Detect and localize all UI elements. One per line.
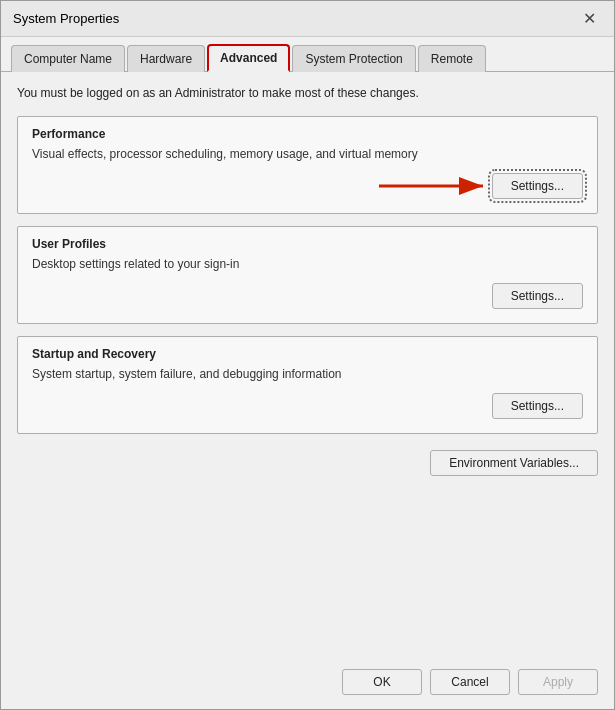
user-profiles-section: User Profiles Desktop settings related t…	[17, 226, 598, 324]
startup-recovery-title: Startup and Recovery	[32, 347, 583, 361]
performance-desc: Visual effects, processor scheduling, me…	[32, 147, 583, 161]
arrow-icon	[375, 172, 495, 200]
footer: OK Cancel Apply	[1, 661, 614, 709]
startup-recovery-section: Startup and Recovery System startup, sys…	[17, 336, 598, 434]
tab-remote[interactable]: Remote	[418, 45, 486, 72]
close-button[interactable]: ✕	[576, 6, 602, 32]
title-bar: System Properties ✕	[1, 1, 614, 37]
startup-recovery-desc: System startup, system failure, and debu…	[32, 367, 583, 381]
tab-bar: Computer Name Hardware Advanced System P…	[1, 37, 614, 72]
environment-variables-button[interactable]: Environment Variables...	[430, 450, 598, 476]
tab-system-protection[interactable]: System Protection	[292, 45, 415, 72]
ok-button[interactable]: OK	[342, 669, 422, 695]
performance-title: Performance	[32, 127, 583, 141]
startup-recovery-settings-button[interactable]: Settings...	[492, 393, 583, 419]
admin-note: You must be logged on as an Administrato…	[17, 86, 598, 100]
dialog-actions: OK Cancel Apply	[342, 669, 598, 695]
user-profiles-settings-button[interactable]: Settings...	[492, 283, 583, 309]
performance-settings-button[interactable]: Settings...	[492, 173, 583, 199]
cancel-button[interactable]: Cancel	[430, 669, 510, 695]
tab-advanced[interactable]: Advanced	[207, 44, 290, 72]
content-area: You must be logged on as an Administrato…	[1, 72, 614, 661]
user-profiles-title: User Profiles	[32, 237, 583, 251]
tab-computer-name[interactable]: Computer Name	[11, 45, 125, 72]
system-properties-dialog: System Properties ✕ Computer Name Hardwa…	[0, 0, 615, 710]
apply-button[interactable]: Apply	[518, 669, 598, 695]
performance-section: Performance Visual effects, processor sc…	[17, 116, 598, 214]
user-profiles-desc: Desktop settings related to your sign-in	[32, 257, 583, 271]
tab-hardware[interactable]: Hardware	[127, 45, 205, 72]
dialog-title: System Properties	[13, 11, 119, 26]
